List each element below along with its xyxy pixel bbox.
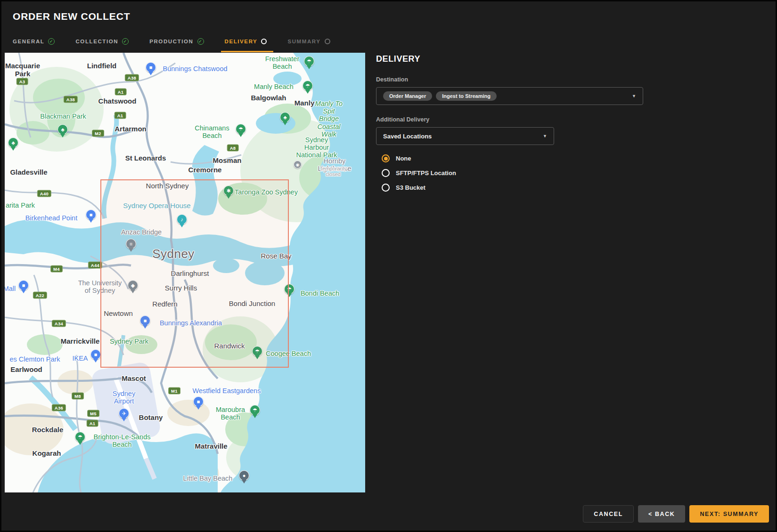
destination-chip[interactable]: Order Manager (383, 91, 432, 101)
map-label: Sydney Airport (113, 390, 135, 405)
destination-select[interactable]: Order ManagerIngest to Streaming ▼ (376, 87, 643, 105)
chevron-down-icon: ▼ (632, 94, 636, 98)
aoi-rectangle[interactable] (100, 179, 289, 368)
road-badge-a1: A1 (115, 112, 126, 119)
road-badge-a40: A40 (37, 190, 51, 197)
map-label: St Leonards (125, 154, 166, 162)
back-button[interactable]: < BACK (638, 505, 685, 523)
road-badge-m8: M8 (72, 393, 84, 400)
shopping-pin-birkenhead-point[interactable]: ■ (86, 210, 96, 220)
road-badge-m1: M1 (168, 387, 180, 395)
circle-icon (261, 39, 267, 44)
road-badge-a1: A1 (115, 89, 127, 96)
map-label: Botany (139, 414, 163, 422)
map-label: Westfield Eastgardens (193, 387, 261, 395)
radio-button[interactable] (382, 184, 390, 192)
delivery-panel: DELIVERY Destination Order ManagerIngest… (376, 54, 777, 198)
beach-pin-maroubra[interactable]: ☂ (250, 405, 260, 415)
tab-label: DELIVERY (225, 39, 258, 44)
road-badge-a38: A38 (64, 96, 78, 103)
shopping-pin-westfield[interactable]: ■ (193, 396, 204, 407)
map-label: arita Park (6, 202, 35, 209)
destination-label: Destination (376, 76, 777, 83)
map-label: Kogarah (33, 450, 61, 458)
shopping-pin-mall[interactable]: ■ (18, 280, 29, 290)
road-badge-m4: M4 (50, 266, 63, 273)
radio-label: None (396, 155, 411, 162)
saved-locations-value: Saved Locations (383, 133, 432, 140)
map-label: Lindfield (87, 62, 117, 70)
radio-option-none[interactable]: None (382, 154, 777, 162)
map-label: Rockdale (32, 426, 64, 434)
map-label: Matraville (195, 443, 227, 451)
lighthouse-icon-hornby[interactable]: ◉ (294, 161, 302, 169)
check-circle-icon: ✓ (48, 38, 55, 45)
tab-label: GENERAL (13, 39, 44, 44)
destination-chips: Order ManagerIngest to Streaming (383, 91, 497, 101)
beach-pin-brighton[interactable]: ☂ (75, 432, 85, 442)
destination-chip[interactable]: Ingest to Streaming (436, 91, 497, 101)
park-pin-west[interactable]: ♣ (8, 137, 18, 148)
tab-collection[interactable]: COLLECTION✓ (75, 38, 129, 52)
map-label: Gladesville (10, 169, 47, 177)
radio-button-selected[interactable] (382, 154, 390, 162)
road-badge-m2: M2 (92, 130, 104, 137)
map-label: Brighton-Le-Sands Beach (94, 433, 151, 448)
beach-pin-little-bay[interactable]: ● (239, 470, 249, 481)
radio-label: S3 Bucket (396, 184, 425, 191)
check-circle-icon: ✓ (122, 38, 129, 45)
check-circle-icon: ✓ (197, 38, 204, 45)
additional-delivery-label: Additional Delivery (376, 116, 777, 123)
saved-locations-select[interactable]: Saved Locations ▼ (376, 127, 554, 145)
road-badge-a1: A1 (87, 420, 98, 427)
beach-pin-freshwater[interactable]: ☂ (304, 56, 314, 66)
map[interactable]: Macquarie ParkLindfieldBunnings Chatswoo… (5, 53, 365, 492)
road-badge-a38: A38 (125, 74, 139, 81)
radio-button[interactable] (382, 169, 390, 177)
map-label: Cremorne (188, 166, 222, 174)
road-badge-m5: M5 (87, 410, 99, 417)
tab-delivery[interactable]: DELIVERY (225, 38, 267, 52)
road-badge-a34: A34 (52, 320, 66, 327)
map-label: Temporarily closed (317, 166, 349, 177)
radio-option-sftp-ftps-location[interactable]: SFTP/FTPS Location (382, 169, 777, 177)
map-label: Macquarie Park (5, 62, 40, 78)
shopping-pin-bunnings-chatswood[interactable]: ■ (146, 62, 156, 73)
road-badge-a36: A36 (52, 404, 66, 411)
map-label: Mall (5, 285, 16, 292)
map-label: Mascot (122, 375, 146, 383)
road-badge-a22: A22 (33, 292, 47, 299)
map-label: Manly Beach (254, 83, 294, 90)
park-pin-manly-to-spit[interactable]: ♣ (280, 112, 290, 122)
tab-general[interactable]: GENERAL✓ (13, 38, 55, 52)
road-badge-a8: A8 (227, 145, 239, 152)
map-label: Freshwater Beach (265, 55, 300, 70)
park-pin-blackman-park[interactable]: ♣ (57, 124, 68, 135)
cancel-button[interactable]: CANCEL (583, 505, 634, 523)
beach-pin-chinamans[interactable]: ☂ (236, 124, 246, 134)
map-label: Sydney Harbour National Park (296, 136, 337, 159)
map-label: Balgowlah (251, 94, 286, 102)
map-label: Manly To Spit Bridge Coastal Walk (311, 100, 347, 138)
road-badge-a3: A3 (16, 78, 28, 85)
map-label: Maroubra Beach (216, 406, 245, 421)
tab-label: SUMMARY (287, 39, 320, 44)
tab-production[interactable]: PRODUCTION✓ (149, 38, 204, 52)
beach-pin-manly[interactable]: ☂ (303, 81, 313, 91)
radio-label: SFTP/FTPS Location (396, 169, 456, 177)
shopping-pin-ikea[interactable]: ■ (90, 349, 101, 360)
order-new-collect-window: ORDER NEW COLLECT GENERAL✓COLLECTION✓PRO… (0, 0, 777, 532)
tab-summary[interactable]: SUMMARY (287, 38, 330, 52)
map-label: Earlwood (10, 366, 42, 374)
chevron-down-icon: ▼ (543, 134, 547, 138)
map-label: Chinamans Beach (195, 124, 229, 139)
next-summary-button[interactable]: NEXT: SUMMARY (689, 505, 769, 523)
radio-option-s3-bucket[interactable]: S3 Bucket (382, 184, 777, 192)
map-label: Birkenhead Point (25, 214, 77, 222)
tab-label: COLLECTION (75, 39, 118, 44)
airport-pin-sydney[interactable]: ✈ (119, 408, 129, 419)
tab-label: PRODUCTION (149, 39, 193, 44)
map-label: Little Bay Beach (183, 475, 233, 482)
map-label: Bondi Beach (301, 290, 339, 297)
map-label: Bunnings Chatswood (163, 65, 227, 73)
